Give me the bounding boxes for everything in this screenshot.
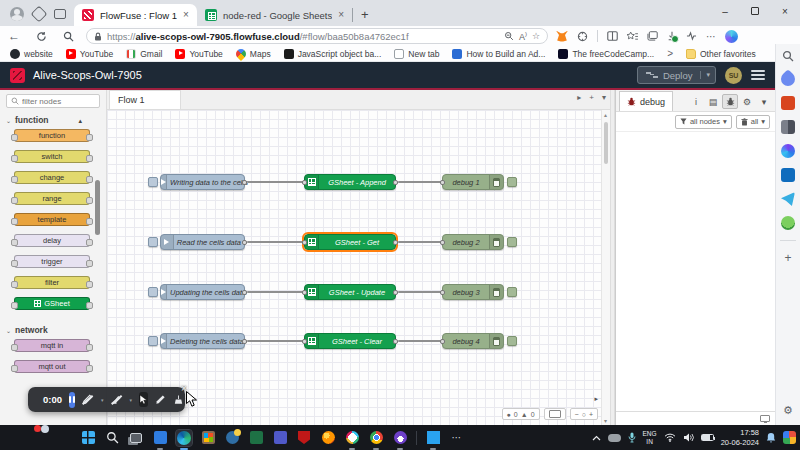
favorite-star-icon[interactable]: ☆ <box>532 31 540 41</box>
cursor-tool-button[interactable] <box>139 392 148 407</box>
scroll-down-icon[interactable]: ▾ <box>604 417 607 424</box>
palette-scroll-up-icon[interactable]: ▴ <box>78 117 82 125</box>
recording-toolbar[interactable]: 0:00 ▾ ▾ ‹ <box>28 387 185 412</box>
highlighter-disabled-icon[interactable] <box>111 394 122 405</box>
debug-toggle-button[interactable] <box>507 287 517 297</box>
tab-flow-1[interactable]: Flow 1 <box>109 90 181 109</box>
next-tab-icon[interactable]: ▸ <box>577 93 581 102</box>
store-button[interactable] <box>200 430 216 446</box>
settings-more-icon[interactable]: ⋯ <box>706 31 716 42</box>
help-tab-button[interactable]: ▤ <box>705 94 721 109</box>
bookmark-freecodecamp[interactable]: The freeCodeCamp... <box>558 49 654 59</box>
input-port[interactable] <box>302 240 307 245</box>
zoom-reset-button[interactable]: ○ <box>582 411 586 418</box>
language-indicator[interactable]: ENGIN <box>643 430 657 446</box>
browser-essentials-icon[interactable] <box>686 31 697 41</box>
inject-button[interactable] <box>148 336 158 346</box>
vscode-button[interactable] <box>425 430 441 446</box>
sidebar-search-icon[interactable] <box>782 50 794 62</box>
palette-node-template[interactable]: template <box>14 213 90 226</box>
sidebar-games-icon[interactable] <box>781 120 795 134</box>
zoom-page-icon[interactable] <box>504 31 514 41</box>
scroll-right-icon[interactable]: ▸ <box>594 395 598 403</box>
favorites-bar-icon[interactable] <box>627 31 638 41</box>
sidebar-outlook-icon[interactable] <box>781 168 795 182</box>
extension-icon[interactable] <box>577 31 588 42</box>
palette-node-filter[interactable]: filter <box>14 276 90 289</box>
hidden-icons-chevron[interactable] <box>592 435 601 441</box>
volume-icon[interactable] <box>683 433 694 442</box>
sidebar-settings-icon[interactable]: ⚙ <box>783 404 793 417</box>
info-tab-button[interactable]: i <box>688 94 704 109</box>
deploy-button[interactable]: Deploy ▾ <box>637 66 716 84</box>
meet-now-icon[interactable] <box>783 431 796 444</box>
restore-button[interactable] <box>740 0 770 22</box>
inject-button[interactable] <box>148 177 158 187</box>
battery-icon[interactable] <box>701 434 714 441</box>
close-button[interactable]: × <box>770 0 800 22</box>
debug-log-body[interactable] <box>616 132 775 411</box>
gsheet-clear-node[interactable]: GSheet - Clear <box>304 333 396 349</box>
office-app-button[interactable] <box>248 430 264 446</box>
sidebar-plant-icon[interactable] <box>781 216 795 230</box>
bookmark-website[interactable]: website <box>10 49 53 59</box>
chrome-button[interactable] <box>368 430 384 446</box>
copilot-icon[interactable] <box>725 30 738 43</box>
new-tab-button[interactable]: + <box>353 7 379 26</box>
sidebar-add-button[interactable]: + <box>784 251 791 265</box>
debug-node[interactable]: debug 4 <box>442 333 504 349</box>
canvas-vertical-scrollbar[interactable]: ▴ ▾ <box>601 110 610 425</box>
gsheet-update-node[interactable]: GSheet - Update <box>304 284 396 300</box>
back-button[interactable]: ← <box>0 29 28 43</box>
main-menu-icon[interactable] <box>751 70 765 80</box>
palette-category-network[interactable]: ⌄network <box>0 318 106 339</box>
workspace[interactable]: Writing data to the cells GSheet - Appen… <box>107 110 610 425</box>
sidebar-telegram-icon[interactable] <box>781 192 795 206</box>
bookmark-how-to-build[interactable]: How to Build an Ad... <box>452 49 545 59</box>
input-port[interactable] <box>440 180 445 185</box>
bookmark-maps[interactable]: Maps <box>236 49 271 59</box>
pen-options-caret[interactable]: ▾ <box>101 397 104 403</box>
clock[interactable]: 17:5820-06-2024 <box>721 428 759 447</box>
input-port[interactable] <box>302 290 307 295</box>
palette-scrollbar[interactable] <box>95 180 100 235</box>
filter-nodes-button[interactable]: all nodes ▾ <box>675 115 732 129</box>
palette-node-range[interactable]: range <box>14 192 90 205</box>
palette-filter-input[interactable] <box>22 97 92 106</box>
palette-node-trigger[interactable]: trigger <box>14 255 90 268</box>
input-port[interactable] <box>440 290 445 295</box>
onedrive-icon[interactable] <box>608 434 621 442</box>
bookmarks-overflow-chevron[interactable]: > <box>667 48 673 59</box>
deploy-options-caret[interactable]: ▾ <box>700 71 715 79</box>
config-tab-button[interactable]: ⚙ <box>739 94 755 109</box>
input-port[interactable] <box>302 339 307 344</box>
zoom-in-button[interactable]: + <box>589 411 593 418</box>
minimize-button[interactable]: – <box>710 0 740 22</box>
input-port[interactable] <box>302 180 307 185</box>
input-port[interactable] <box>440 240 445 245</box>
address-bar[interactable]: https://alive-scops-owl-7905.flowfuse.cl… <box>86 28 548 44</box>
pen-tool-icon[interactable] <box>155 394 166 405</box>
downloads-icon[interactable] <box>667 31 677 41</box>
sidebar-menu-caret[interactable]: ▾ <box>756 94 772 109</box>
debug-node[interactable]: debug 1 <box>442 174 504 190</box>
bookmark-javascript[interactable]: JavaScript object ba... <box>284 49 382 59</box>
firefox-button[interactable] <box>320 430 336 446</box>
debug-toggle-button[interactable] <box>507 177 517 187</box>
bookmark-new-tab[interactable]: New tab <box>394 49 439 59</box>
tab-google-sheets[interactable]: node-red - Google Sheets × <box>197 4 352 26</box>
collections-icon[interactable] <box>647 31 658 41</box>
palette-node-switch[interactable]: switch <box>14 150 90 163</box>
tab-actions-icon[interactable] <box>54 9 66 19</box>
clear-log-button[interactable]: all ▾ <box>736 115 770 129</box>
refresh-button[interactable] <box>28 31 55 42</box>
browser-profile-icon[interactable] <box>10 7 24 21</box>
tab-close-icon[interactable]: × <box>183 10 189 20</box>
teams-button[interactable] <box>272 430 288 446</box>
taskbar-overflow-button[interactable]: ⋯ <box>449 430 465 446</box>
palette-node-gsheet[interactable]: GSheet <box>14 297 90 310</box>
task-view-button[interactable] <box>128 430 144 446</box>
inject-node[interactable]: Read the cells data <box>160 234 245 250</box>
inject-node[interactable]: Updating the cells data <box>160 284 245 300</box>
notifications-bell-icon[interactable] <box>766 432 776 443</box>
